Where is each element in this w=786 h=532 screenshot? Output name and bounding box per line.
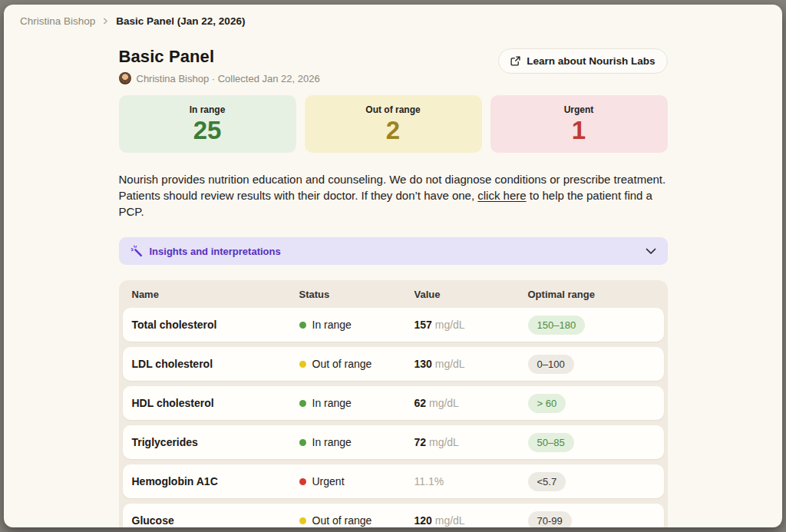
status-dot-icon xyxy=(299,361,306,368)
result-value: 62 mg/dL xyxy=(414,397,528,409)
range-badge: 70-99 xyxy=(528,511,572,528)
breadcrumb-current: Basic Panel (Jan 22, 2026) xyxy=(116,15,245,27)
column-header-name: Name xyxy=(132,289,299,300)
status-label: Urgent xyxy=(312,475,345,487)
summary-card-label: Out of range xyxy=(365,104,420,115)
result-value: 130 mg/dL xyxy=(414,358,528,370)
value-number: 11.1% xyxy=(414,475,444,487)
result-name: Glucose xyxy=(132,514,299,527)
table-header-row: Name Status Value Optimal range xyxy=(119,280,668,308)
value-number: 72 xyxy=(414,436,427,448)
chevron-down-icon xyxy=(646,248,656,255)
result-status: Urgent xyxy=(299,475,414,487)
external-link-icon xyxy=(510,56,520,66)
value-number: 62 xyxy=(414,397,427,409)
summary-card-label: Urgent xyxy=(564,104,594,115)
result-value: 157 mg/dL xyxy=(414,319,528,331)
result-name: Triglycerides xyxy=(132,436,299,448)
table-body: Total cholesterol In range 157 mg/dL 150… xyxy=(119,308,668,527)
summary-card-out-of-range: Out of range 2 xyxy=(305,95,482,153)
byline: Christina Bishop · Collected Jan 22, 202… xyxy=(119,72,320,84)
value-unit: mg/dL xyxy=(435,358,465,370)
status-label: In range xyxy=(312,319,352,331)
range-badge: 150–180 xyxy=(528,316,586,335)
value-unit: mg/dL xyxy=(429,436,459,448)
learn-about-nourish-labs-button[interactable]: Learn about Nourish Labs xyxy=(498,48,667,74)
value-unit: mg/dL xyxy=(429,397,459,409)
status-dot-icon xyxy=(299,478,306,485)
value-unit: mg/dL xyxy=(435,514,465,527)
value-number: 157 xyxy=(414,319,432,331)
summary-cards: In range 25 Out of range 2 Urgent 1 xyxy=(119,95,668,153)
result-value: 11.1% xyxy=(414,475,528,487)
range-badge: 0–100 xyxy=(528,355,574,374)
status-dot-icon xyxy=(299,517,306,524)
range-badge: 50–85 xyxy=(528,433,574,452)
learn-button-label: Learn about Nourish Labs xyxy=(527,55,655,67)
magic-wand-icon xyxy=(130,245,143,257)
result-status: In range xyxy=(299,397,414,409)
result-value: 72 mg/dL xyxy=(414,436,528,448)
result-status: Out of range xyxy=(299,358,414,370)
range-badge: > 60 xyxy=(528,394,566,413)
avatar xyxy=(119,72,131,84)
breadcrumb: Christina Bishop Basic Panel (Jan 22, 20… xyxy=(4,5,782,27)
result-name: Hemoglobin A1C xyxy=(132,475,299,487)
result-name: LDL cholesterol xyxy=(132,358,299,370)
status-label: Out of range xyxy=(312,358,372,370)
page-title: Basic Panel xyxy=(119,47,320,67)
app-window: Christina Bishop Basic Panel (Jan 22, 20… xyxy=(4,5,782,527)
summary-card-count: 25 xyxy=(193,117,222,144)
insights-accordion-toggle[interactable]: Insights and interpretations xyxy=(119,237,668,265)
table-row[interactable]: Glucose Out of range 120 mg/dL 70-99 xyxy=(123,504,664,527)
results-table: Name Status Value Optimal range Total ch… xyxy=(119,280,668,527)
value-unit: mg/dL xyxy=(435,319,465,331)
summary-card-label: In range xyxy=(190,104,226,115)
status-dot-icon xyxy=(299,400,306,407)
status-dot-icon xyxy=(299,322,306,329)
status-label: In range xyxy=(312,436,352,448)
value-number: 130 xyxy=(414,358,432,370)
insights-label: Insights and interpretations xyxy=(150,246,639,257)
disclaimer-line2-pre: Patients should review results with thei… xyxy=(119,189,478,202)
value-number: 120 xyxy=(414,514,432,527)
summary-card-count: 1 xyxy=(572,117,586,144)
table-row[interactable]: HDL cholesterol In range 62 mg/dL > 60 xyxy=(123,386,664,420)
result-name: Total cholesterol xyxy=(132,319,299,331)
byline-text: Christina Bishop · Collected Jan 22, 202… xyxy=(137,73,320,84)
summary-card-in-range: In range 25 xyxy=(119,95,296,153)
status-label: Out of range xyxy=(312,514,372,527)
column-header-value: Value xyxy=(414,289,528,300)
chevron-right-icon xyxy=(102,16,109,27)
column-header-status: Status xyxy=(299,289,414,300)
disclaimer-line1: Nourish provides nutrition education and… xyxy=(119,173,666,186)
table-row[interactable]: Triglycerides In range 72 mg/dL 50–85 xyxy=(123,425,664,459)
result-value: 120 mg/dL xyxy=(414,514,528,527)
status-label: In range xyxy=(312,397,352,409)
breadcrumb-patient-link[interactable]: Christina Bishop xyxy=(20,15,95,27)
status-dot-icon xyxy=(299,439,306,446)
result-name: HDL cholesterol xyxy=(132,397,299,409)
find-pcp-link[interactable]: click here xyxy=(477,189,526,202)
result-status: In range xyxy=(299,436,414,448)
range-badge: <5.7 xyxy=(528,472,566,491)
summary-card-urgent: Urgent 1 xyxy=(490,95,668,153)
disclaimer-text: Nourish provides nutrition education and… xyxy=(119,171,668,220)
table-row[interactable]: LDL cholesterol Out of range 130 mg/dL 0… xyxy=(123,347,664,381)
column-header-optimal-range: Optimal range xyxy=(528,289,668,300)
table-row[interactable]: Total cholesterol In range 157 mg/dL 150… xyxy=(123,308,664,342)
table-row[interactable]: Hemoglobin A1C Urgent 11.1% <5.7 xyxy=(123,464,664,498)
summary-card-count: 2 xyxy=(386,117,400,144)
result-status: Out of range xyxy=(299,514,414,527)
result-status: In range xyxy=(299,319,414,331)
